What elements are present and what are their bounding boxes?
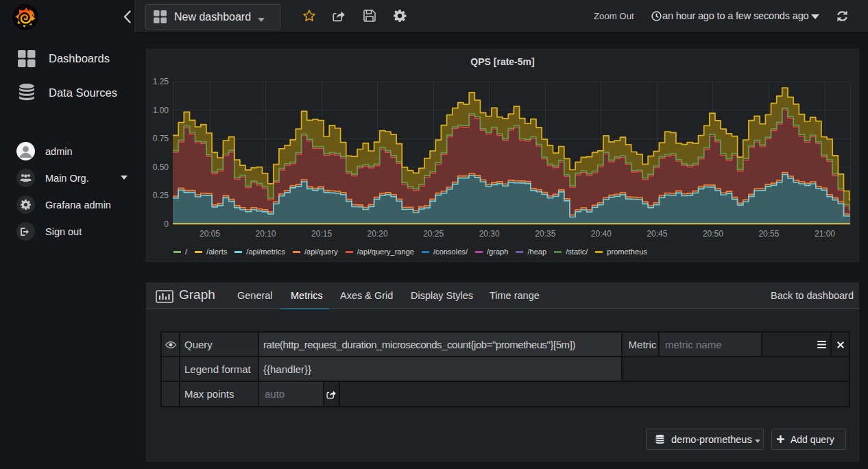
svg-text:20:40: 20:40 xyxy=(591,229,612,239)
svg-text:1.00: 1.00 xyxy=(153,106,169,115)
svg-text:20:25: 20:25 xyxy=(423,229,444,239)
svg-text:0.25: 0.25 xyxy=(153,191,169,200)
svg-text:20:20: 20:20 xyxy=(367,229,388,239)
svg-text:20:55: 20:55 xyxy=(758,229,779,239)
svg-text:20:35: 20:35 xyxy=(535,229,555,239)
svg-text:0: 0 xyxy=(164,219,169,229)
svg-text:21:00: 21:00 xyxy=(815,229,835,239)
svg-text:20:50: 20:50 xyxy=(703,229,723,239)
svg-text:20:05: 20:05 xyxy=(200,229,220,239)
svg-text:20:15: 20:15 xyxy=(311,229,332,239)
svg-text:20:30: 20:30 xyxy=(479,229,500,239)
svg-text:0.50: 0.50 xyxy=(153,163,169,172)
svg-text:1.25: 1.25 xyxy=(153,77,169,86)
svg-text:20:45: 20:45 xyxy=(647,229,667,239)
svg-text:20:10: 20:10 xyxy=(255,229,276,239)
svg-text:0.75: 0.75 xyxy=(153,134,169,143)
